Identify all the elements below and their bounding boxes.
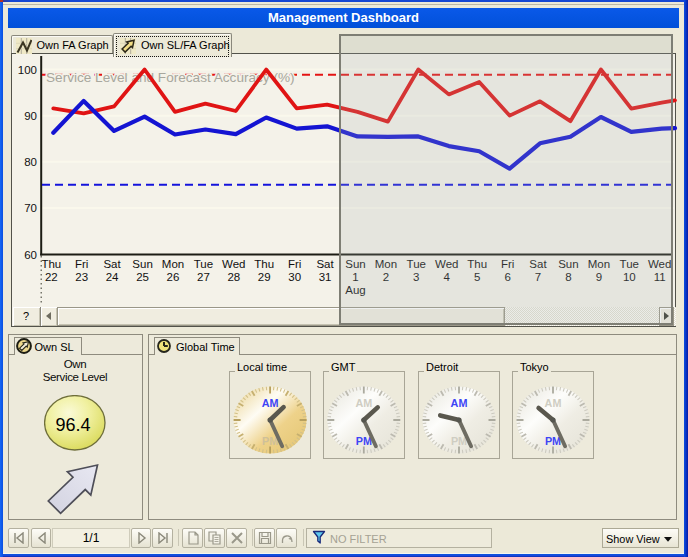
svg-text:AM: AM bbox=[355, 397, 372, 409]
svg-text:AM: AM bbox=[545, 397, 562, 409]
svg-text:AM: AM bbox=[451, 397, 468, 409]
svg-text:AM: AM bbox=[262, 397, 279, 409]
